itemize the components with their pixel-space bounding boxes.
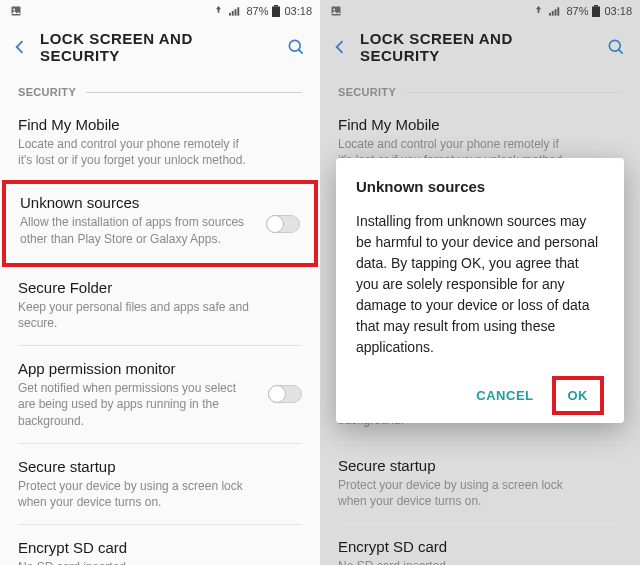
divider [86,92,302,93]
status-bar: 87% 03:18 [0,0,320,22]
svg-rect-7 [272,7,280,18]
item-desc: No SD card inserted [18,559,302,565]
item-app-permission-monitor[interactable]: App permission monitor Get notified when… [0,346,320,443]
svg-rect-0 [12,7,21,16]
dialog-actions: CANCEL OK [356,376,604,415]
cancel-button[interactable]: CANCEL [464,380,545,411]
item-secure-folder[interactable]: Secure Folder Keep your personal files a… [0,265,320,345]
svg-rect-4 [235,9,237,16]
page-title: LOCK SCREEN AND SECURITY [40,30,276,64]
svg-rect-2 [229,13,231,16]
item-title: Secure Folder [18,279,302,296]
item-desc: Allow the installation of apps from sour… [20,214,300,246]
screenshot-right: 87% 03:18 LOCK SCREEN AND SECURITY SECUR… [320,0,640,565]
item-desc: Keep your personal files and apps safe a… [18,299,302,331]
signal-icon [229,6,242,16]
toggle-app-permission[interactable] [268,385,302,403]
highlight-ok: OK [552,376,605,415]
svg-rect-3 [232,11,234,16]
dialog-overlay: Unknown sources Installing from unknown … [320,0,640,565]
search-icon[interactable] [286,37,306,57]
picture-icon [10,5,22,17]
item-desc: Locate and control your phone remotely i… [18,136,302,168]
svg-rect-5 [238,7,240,15]
ok-button[interactable]: OK [556,380,601,411]
item-title: Encrypt SD card [18,539,302,556]
svg-rect-6 [274,5,278,7]
back-icon[interactable] [10,37,30,57]
app-header: LOCK SCREEN AND SECURITY [0,22,320,72]
item-title: Find My Mobile [18,116,302,133]
highlight-unknown-sources: Unknown sources Allow the installation o… [2,180,318,266]
item-title: Secure startup [18,458,302,475]
section-label: SECURITY [18,86,76,98]
item-secure-startup[interactable]: Secure startup Protect your device by us… [0,444,320,524]
item-encrypt-sd[interactable]: Encrypt SD card No SD card inserted [0,525,320,565]
clock: 03:18 [284,5,312,17]
dialog-unknown-sources: Unknown sources Installing from unknown … [336,158,624,423]
battery-icon [272,5,280,17]
svg-point-8 [289,40,300,51]
section-header: SECURITY [0,72,320,102]
dialog-title: Unknown sources [356,178,604,195]
item-find-my-mobile[interactable]: Find My Mobile Locate and control your p… [0,102,320,182]
item-desc: Get notified when permissions you select… [18,380,302,429]
item-title: App permission monitor [18,360,302,377]
battery-pct: 87% [246,5,268,17]
toggle-unknown-sources[interactable] [266,215,300,233]
screenshot-left: 87% 03:18 LOCK SCREEN AND SECURITY SECUR… [0,0,320,565]
data-icon [212,6,225,16]
dialog-body: Installing from unknown sources may be h… [356,211,604,358]
item-title: Unknown sources [20,194,300,211]
item-desc: Protect your device by using a screen lo… [18,478,302,510]
svg-line-9 [299,50,303,54]
svg-point-1 [13,9,15,11]
